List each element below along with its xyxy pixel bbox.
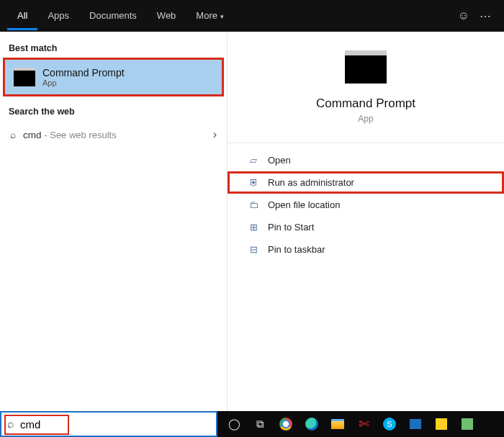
search-filter-bar: All Apps Documents Web More▾ ☺ ⋯ [0,0,504,32]
search-web-heading: Search the web [0,101,227,121]
chevron-right-icon: › [213,128,217,141]
tab-documents[interactable]: Documents [79,1,147,30]
skype-icon[interactable]: S [377,411,402,437]
action-open[interactable]: ▱ Open [228,149,504,171]
edge-icon[interactable] [300,411,324,437]
folder-icon: 🗀 [248,199,259,210]
search-icon: ⌕ [7,418,14,431]
best-match-subtitle: App [42,78,125,87]
taskbar-search[interactable]: ⌕ [0,411,217,437]
web-result-row[interactable]: ⌕ cmd - See web results › [0,121,227,148]
results-pane: Best match Command Prompt App Search the… [0,32,227,411]
open-icon: ▱ [248,155,259,166]
options-icon[interactable]: ⋯ [480,9,491,23]
action-label: Run as administrator [268,177,354,188]
tab-apps[interactable]: Apps [37,1,79,30]
tab-more[interactable]: More▾ [186,1,234,30]
filter-tabs: All Apps Documents Web More▾ [7,1,234,30]
pin-icon: ⊟ [248,244,259,255]
command-prompt-icon [14,68,35,86]
web-hint: - See web results [44,130,116,140]
chevron-down-icon: ▾ [220,13,224,20]
taskbar: ⌕ ◯ ⧉ ✄ S [0,411,504,437]
search-input[interactable] [20,418,210,431]
task-view-icon[interactable]: ⧉ [248,411,272,437]
tab-more-label: More [196,10,217,21]
best-match-heading: Best match [0,37,227,58]
chrome-icon[interactable] [274,411,298,437]
app-icon[interactable] [455,411,480,437]
best-match-result[interactable]: Command Prompt App [3,58,224,96]
web-term: cmd [23,130,42,140]
cortana-icon[interactable]: ◯ [222,411,246,437]
action-label: Pin to taskbar [268,244,325,255]
command-prompt-icon [345,50,387,84]
store-icon[interactable] [403,411,428,437]
feedback-icon[interactable]: ☺ [458,9,469,22]
shield-icon: ⛨ [248,177,259,188]
pin-icon: ⊞ [248,222,259,233]
sticky-notes-icon[interactable] [429,411,454,437]
action-pin-to-taskbar[interactable]: ⊟ Pin to taskbar [228,238,504,261]
search-icon: ⌕ [10,130,16,140]
taskbar-apps: ◯ ⧉ ✄ S [217,411,480,437]
detail-title: Command Prompt [316,96,415,111]
action-label: Open file location [268,199,340,210]
action-label: Pin to Start [268,222,314,233]
best-match-title: Command Prompt [42,67,125,78]
detail-subtitle: App [358,114,373,124]
divider [228,143,504,143]
action-pin-to-start[interactable]: ⊞ Pin to Start [228,216,504,238]
tab-all[interactable]: All [7,1,37,30]
snip-icon[interactable]: ✄ [351,411,376,437]
detail-pane: Command Prompt App ▱ Open ⛨ Run as admin… [227,32,504,411]
action-open-file-location[interactable]: 🗀 Open file location [228,194,504,216]
tab-web[interactable]: Web [147,1,186,30]
action-list: ▱ Open ⛨ Run as administrator 🗀 Open fil… [228,146,504,263]
action-run-as-administrator[interactable]: ⛨ Run as administrator [228,171,504,194]
action-label: Open [268,155,291,166]
file-explorer-icon[interactable] [325,411,350,437]
